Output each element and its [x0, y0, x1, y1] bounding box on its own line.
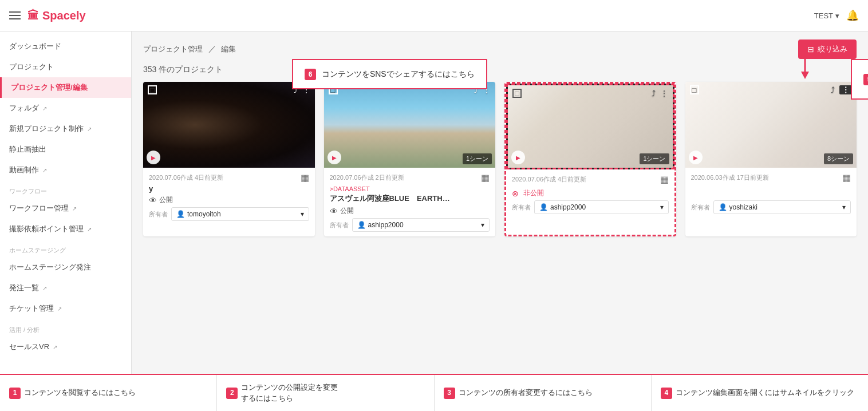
- sidebar-label: フォルダ: [9, 103, 39, 113]
- sidebar-item-sales-vr[interactable]: セールスVR ↗: [0, 337, 131, 357]
- sidebar-section-homestaging: ホームステージング: [0, 239, 131, 257]
- share-button-3[interactable]: ⤴: [652, 89, 656, 98]
- owner-label-3: 所有者: [512, 203, 531, 212]
- tooltip-number-6: 6: [305, 69, 316, 80]
- tooltip-number-3: 3: [444, 388, 455, 399]
- sidebar-item-order-list[interactable]: 発注一覧 ↗: [0, 278, 131, 298]
- card-3-actions: ⤴ ⋮: [652, 89, 668, 98]
- play-button-1[interactable]: ▶: [147, 151, 160, 164]
- card-3-date: 2020.07.06作成 4日前更新: [512, 175, 586, 184]
- sidebar-label: 発注一覧: [9, 283, 39, 293]
- external-link-icon: ↗: [53, 344, 57, 350]
- card-4-date-row: 2020.06.03作成 17日前更新 ▦: [691, 172, 851, 183]
- project-card-4[interactable]: □ ⤴ ⋮ ▶ 8シーン 2020.06.03作成 17日前更新 ▦: [685, 82, 857, 236]
- sidebar-label: 動画制作: [9, 165, 39, 175]
- project-card-2[interactable]: □ ⤴ ⋮ ▶ 1シーン 2020.07.06作成 2日前更新 ▦: [324, 82, 496, 236]
- owner-person-icon-2: 👤: [357, 221, 366, 229]
- sidebar-label: 撮影依頼ポイント管理: [9, 224, 84, 234]
- owner-name-1: tomoyoitoh: [187, 210, 301, 218]
- more-button-4[interactable]: ⋮: [839, 85, 852, 94]
- card-4-date: 2020.06.03作成 17日前更新: [691, 173, 769, 182]
- owner-name-2: ashipp2000: [368, 221, 482, 229]
- sidebar-label: プロジェクト管理/編集: [11, 82, 88, 93]
- project-card-3[interactable]: □ ⤴ ⋮ ▶ 1シーン 2020.07.06作成 4日前更新 ▦: [504, 82, 676, 236]
- owner-label-2: 所有者: [330, 221, 349, 230]
- projects-count: 353 件のプロジェクト: [143, 65, 857, 75]
- owner-select-3[interactable]: 👤 ashipp2000 ▾: [534, 200, 669, 214]
- sidebar-item-screenshot[interactable]: 静止画抽出: [0, 139, 131, 160]
- sidebar-item-dashboard[interactable]: ダッシュボード: [0, 36, 131, 57]
- owner-select-4[interactable]: 👤 yoshizaki ▾: [713, 200, 851, 214]
- card-4-checkbox[interactable]: □: [690, 85, 699, 94]
- main-content: プロジェクト管理 ／ 編集 ⊟ 絞り込み 6 コンテンツをSNSでシェアするには…: [132, 31, 868, 411]
- owner-label-4: 所有者: [691, 203, 710, 212]
- sidebar-item-ticket-manage[interactable]: チケット管理 ↗: [0, 298, 131, 319]
- card-1-owner-row: 所有者 👤 tomoyoitoh ▾: [149, 207, 309, 221]
- sidebar: ダッシュボード プロジェクト プロジェクト管理/編集 フォルダ ↗ 新規プロジェ…: [0, 31, 132, 411]
- external-link-icon: ↗: [87, 226, 92, 232]
- project-card-1[interactable]: □ ⤴ ⋮ ▶ 2020.07.06作成 4日前更新 ▦: [143, 82, 315, 236]
- visibility-label-2: 公開: [340, 206, 354, 216]
- bottom-tooltip-4: 4 コンテンツ編集画面を開くにはサムネイルをクリック: [652, 375, 868, 411]
- card-1-overlay: □ ⤴ ⋮: [143, 82, 315, 98]
- tooltip-1-text: コンテンツを閲覧するにはこちら: [24, 388, 136, 398]
- play-button-2[interactable]: ▶: [328, 151, 341, 164]
- card-1-date-row: 2020.07.06作成 4日前更新 ▦: [149, 172, 309, 183]
- card-1-thumbnail[interactable]: □ ⤴ ⋮ ▶: [143, 82, 315, 168]
- sidebar-item-project-manage[interactable]: プロジェクト管理/編集: [0, 77, 131, 98]
- user-label: TEST: [814, 11, 833, 20]
- share-button-4[interactable]: ⤴: [831, 85, 835, 94]
- user-dropdown[interactable]: TEST ▾: [814, 11, 839, 20]
- card-1-checkbox[interactable]: □: [148, 85, 157, 94]
- breadcrumb: プロジェクト管理 ／ 編集: [143, 44, 236, 54]
- owner-arrow-4: ▾: [842, 203, 846, 211]
- owner-select-1[interactable]: 👤 tomoyoitoh ▾: [171, 207, 309, 221]
- qr-icon-1[interactable]: ▦: [301, 172, 309, 183]
- scene-badge-4: 8シーン: [824, 153, 853, 164]
- dropdown-arrow-icon: ▾: [835, 11, 839, 20]
- sidebar-item-photo-request[interactable]: 撮影依頼ポイント管理 ↗: [0, 219, 131, 239]
- breadcrumb-parent: プロジェクト管理: [143, 45, 203, 53]
- arrow-down-5: [771, 52, 816, 80]
- breadcrumb-separator: ／: [208, 45, 216, 53]
- sidebar-item-movie[interactable]: 動画制作 ↗: [0, 160, 131, 180]
- sidebar-item-folder[interactable]: フォルダ ↗: [0, 98, 131, 118]
- owner-arrow-2: ▾: [481, 221, 484, 229]
- tooltip-3-text: コンテンツの所有者変更するにはこちら: [459, 388, 593, 398]
- card-3-overlay: □ ⤴ ⋮: [508, 85, 673, 101]
- sidebar-section-workflow: ワークフロー: [0, 180, 131, 198]
- sidebar-item-workflow-manage[interactable]: ワークフロー管理 ↗: [0, 198, 131, 219]
- external-link-icon: ↗: [42, 167, 47, 173]
- card-4-thumbnail[interactable]: □ ⤴ ⋮ ▶ 8シーン: [685, 82, 857, 168]
- sidebar-label: 静止画抽出: [9, 144, 46, 155]
- owner-arrow-1: ▾: [301, 210, 304, 218]
- more-button-3[interactable]: ⋮: [660, 89, 668, 98]
- visibility-icon-3: ⊗: [512, 189, 519, 198]
- external-link-icon: ↗: [87, 126, 92, 132]
- sidebar-item-project[interactable]: プロジェクト: [0, 57, 131, 77]
- external-link-icon: ↗: [42, 105, 47, 112]
- card-3-checkbox[interactable]: □: [512, 89, 522, 98]
- card-4-owner-row: 所有者 👤 yoshizaki ▾: [691, 200, 851, 214]
- card-2-owner-row: 所有者 👤 ashipp2000 ▾: [330, 218, 490, 232]
- sidebar-item-homestaging-order[interactable]: ホームステージング発注: [0, 257, 131, 278]
- logo: 🏛 Spacely: [27, 9, 86, 22]
- tooltip-number-5: 5: [863, 74, 868, 85]
- card-2-tag: >DATAASSET: [330, 185, 490, 192]
- card-2-visibility: 👁 公開: [330, 206, 490, 216]
- play-button-3[interactable]: ▶: [511, 151, 525, 164]
- sidebar-item-new-project[interactable]: 新規プロジェクト制作 ↗: [0, 118, 131, 139]
- app-layout: ダッシュボード プロジェクト プロジェクト管理/編集 フォルダ ↗ 新規プロジェ…: [0, 31, 868, 411]
- card-2-thumbnail[interactable]: □ ⤴ ⋮ ▶ 1シーン: [324, 82, 496, 168]
- play-button-4[interactable]: ▶: [689, 151, 703, 164]
- hamburger-menu[interactable]: [9, 11, 21, 19]
- external-link-icon: ↗: [42, 285, 47, 291]
- card-4-body: 2020.06.03作成 17日前更新 ▦ 所有者 👤 yoshizaki ▾: [685, 168, 857, 219]
- card-3-thumbnail[interactable]: □ ⤴ ⋮ ▶ 1シーン: [506, 84, 674, 169]
- notification-bell[interactable]: 🔔: [846, 9, 859, 22]
- owner-name-4: yoshizaki: [729, 203, 843, 211]
- qr-icon-4[interactable]: ▦: [842, 172, 851, 183]
- qr-icon-2[interactable]: ▦: [481, 172, 490, 183]
- qr-icon-3[interactable]: ▦: [660, 174, 669, 185]
- owner-select-2[interactable]: 👤 ashipp2000 ▾: [352, 218, 490, 232]
